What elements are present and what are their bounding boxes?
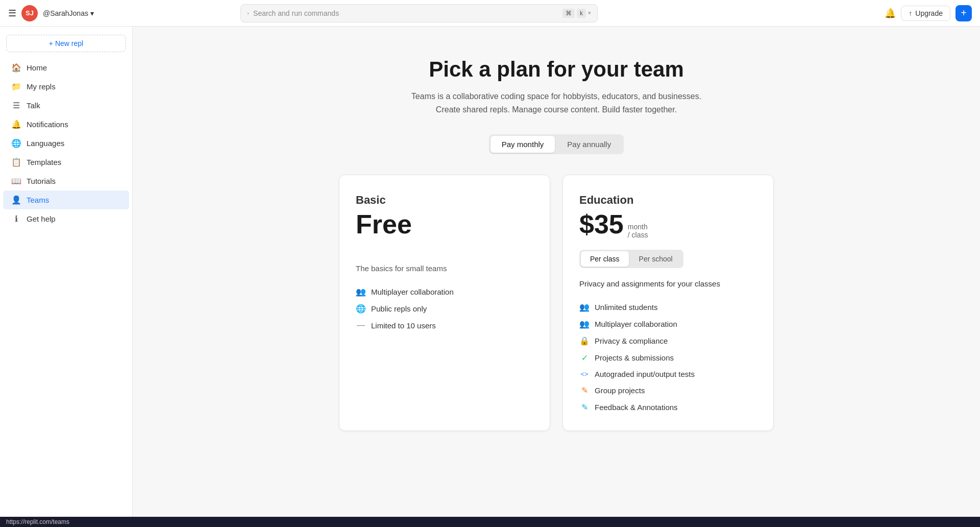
per-school-button[interactable]: Per school	[630, 251, 682, 267]
page-title: Pick a plan for your team	[339, 57, 774, 82]
check-icon: ✓	[579, 353, 590, 363]
plan-price-education: $35	[579, 211, 624, 237]
sidebar-item-label: Teams	[27, 196, 49, 204]
feature-text: Privacy & compliance	[595, 337, 668, 345]
sidebar-item-home[interactable]: 🏠 Home	[3, 58, 129, 77]
topbar-left: ☰ SJ @SarahJonas ▾	[8, 5, 94, 21]
feature-item: ✎ Group projects	[579, 386, 757, 395]
pencil-icon: ✎	[579, 386, 590, 395]
per-class-button[interactable]: Per class	[581, 251, 629, 267]
chevron-down-icon: ▾	[90, 9, 94, 17]
globe-icon: 🌐	[11, 138, 21, 148]
feature-text: Multiplayer collaboration	[371, 288, 454, 296]
sidebar-item-notifications[interactable]: 🔔 Notifications	[3, 115, 129, 134]
teams-icon: 👤	[11, 195, 21, 205]
sidebar-item-label: Templates	[27, 158, 61, 166]
sidebar-item-tutorials[interactable]: 📖 Tutorials	[3, 172, 129, 190]
annotation-icon: ✎	[579, 402, 590, 412]
feature-item: ✓ Projects & submissions	[579, 353, 757, 363]
plan-card-basic: Basic Free The basics for small teams 👥 …	[339, 175, 550, 431]
pay-monthly-button[interactable]: Pay monthly	[491, 136, 555, 153]
avatar[interactable]: SJ	[21, 5, 38, 21]
search-prompt: Search and run commands	[253, 9, 558, 17]
search-bar[interactable]: › Search and run commands ⌘ k ▾	[240, 4, 598, 22]
users-icon: 👥	[356, 287, 366, 297]
username-button[interactable]: @SarahJonas ▾	[43, 9, 94, 17]
bell-icon[interactable]: 🔔	[885, 8, 896, 19]
new-item-button[interactable]: +	[955, 5, 972, 21]
feature-text: Multiplayer collaboration	[595, 320, 677, 328]
plan-name-basic: Basic	[356, 194, 533, 207]
home-icon: 🏠	[11, 63, 21, 73]
subtitle-line2: Create shared repls. Manage course conte…	[436, 105, 677, 114]
dash-icon: —	[356, 321, 366, 330]
templates-icon: 📋	[11, 157, 21, 167]
tutorials-icon: 📖	[11, 176, 21, 186]
username-label: @SarahJonas	[43, 9, 88, 17]
content-area: Pick a plan for your team Teams is a col…	[327, 27, 786, 451]
sidebar-item-label: Talk	[27, 101, 40, 110]
users-icon: 👥	[579, 319, 590, 329]
feature-item: 🔒 Privacy & compliance	[579, 336, 757, 346]
plan-price-basic: Free	[356, 211, 533, 237]
sidebar-item-label: Notifications	[27, 120, 68, 129]
feature-text: Projects & submissions	[595, 353, 674, 362]
code-icon: <>	[579, 370, 590, 378]
sidebar: + New repl 🏠 Home 📁 My repls ☰ Talk 🔔 No…	[0, 27, 133, 517]
feature-list-education: 👥 Unlimited students 👥 Multiplayer colla…	[579, 302, 757, 412]
topbar: ☰ SJ @SarahJonas ▾ › Search and run comm…	[0, 0, 980, 27]
feature-text: Feedback & Annotations	[595, 403, 678, 412]
users-icon: 👥	[579, 302, 590, 312]
feature-text: Limited to 10 users	[371, 321, 436, 330]
sidebar-item-label: Languages	[27, 139, 64, 148]
plan-name-education: Education	[579, 194, 757, 207]
expand-icon: ▾	[588, 10, 591, 16]
feature-item: 👥 Multiplayer collaboration	[579, 319, 757, 329]
feature-text: Unlimited students	[595, 303, 657, 312]
hamburger-icon[interactable]: ☰	[8, 8, 16, 19]
sidebar-item-label: Tutorials	[27, 177, 56, 185]
talk-icon: ☰	[11, 101, 21, 110]
layout: + New repl 🏠 Home 📁 My repls ☰ Talk 🔔 No…	[0, 27, 980, 517]
status-url: https://replit.com/teams	[6, 518, 69, 525]
billing-toggle: Pay monthly Pay annually	[489, 134, 624, 154]
feature-item: 👥 Multiplayer collaboration	[356, 287, 533, 297]
feature-text: Group projects	[595, 386, 645, 395]
chevron-right-icon: ›	[247, 10, 249, 17]
lock-icon: 🔒	[579, 336, 590, 346]
plan-price-unit: month / class	[628, 223, 648, 240]
notifications-icon: 🔔	[11, 119, 21, 129]
feature-list-basic: 👥 Multiplayer collaboration 🌐 Public rep…	[356, 287, 533, 330]
plan-sub-toggle: Per class Per school	[579, 250, 683, 268]
sidebar-item-teams[interactable]: 👤 Teams	[3, 190, 129, 209]
upgrade-button[interactable]: ↑ Upgrade	[901, 6, 950, 21]
search-shortcut: ⌘ k ▾	[562, 9, 591, 18]
feature-item: 👥 Unlimited students	[579, 302, 757, 312]
folder-icon: 📁	[11, 82, 21, 91]
cmd-key: ⌘	[562, 9, 575, 18]
new-repl-label: + New repl	[49, 39, 83, 47]
sidebar-item-languages[interactable]: 🌐 Languages	[3, 134, 129, 153]
plan-desc-basic: The basics for small teams	[356, 264, 533, 273]
feature-text: Autograded input/output tests	[595, 370, 695, 378]
statusbar: https://replit.com/teams	[0, 517, 980, 527]
sidebar-item-get-help[interactable]: ℹ Get help	[3, 209, 129, 228]
main-content: Pick a plan for your team Teams is a col…	[133, 27, 980, 517]
sidebar-item-label: My repls	[27, 82, 56, 91]
subtitle-line1: Teams is a collaborative coding space fo…	[411, 92, 701, 101]
sidebar-item-templates[interactable]: 📋 Templates	[3, 153, 129, 172]
sidebar-item-label: Get help	[27, 214, 56, 223]
feature-text: Public repls only	[371, 304, 427, 313]
sidebar-item-my-repls[interactable]: 📁 My repls	[3, 77, 129, 96]
plans-grid: Basic Free The basics for small teams 👥 …	[339, 175, 774, 431]
upgrade-label: Upgrade	[915, 9, 943, 17]
upgrade-icon: ↑	[909, 9, 912, 17]
feature-item: 🌐 Public repls only	[356, 304, 533, 314]
pay-annually-button[interactable]: Pay annually	[556, 136, 622, 153]
topbar-right: 🔔 ↑ Upgrade +	[885, 5, 972, 21]
feature-item: <> Autograded input/output tests	[579, 370, 757, 378]
sidebar-item-label: Home	[27, 63, 47, 72]
sidebar-item-talk[interactable]: ☰ Talk	[3, 96, 129, 115]
new-repl-button[interactable]: + New repl	[6, 35, 126, 52]
feature-item: — Limited to 10 users	[356, 321, 533, 330]
